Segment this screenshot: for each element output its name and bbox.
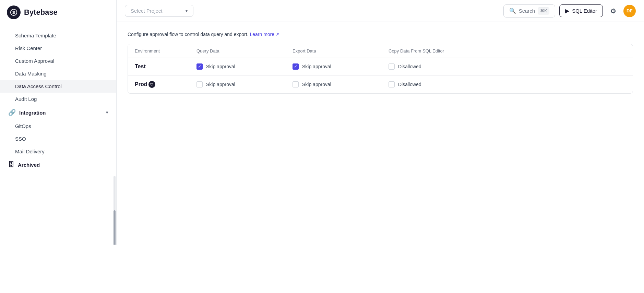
sidebar-item-schema-template[interactable]: Schema Template [0,29,116,42]
archived-label: Archived [18,162,40,168]
logo-icon [7,5,21,19]
logo: Bytebase [0,0,116,25]
sidebar-item-custom-approval[interactable]: Custom Approval [0,55,116,67]
export-cell-prod: Skip approval [286,75,382,94]
sidebar-section-integration[interactable]: 🔗 Integration ▾ [0,105,116,120]
sql-editor-button[interactable]: ▶ SQL Editor [559,4,603,17]
sidebar-item-sso[interactable]: SSO [0,132,116,145]
sidebar-item-label: Data Access Control [15,83,62,89]
sidebar-item-archived[interactable]: 🗄 Archived [0,158,116,172]
sidebar-item-label: Schema Template [15,33,56,38]
header: Select Project ▾ 🔍 Search ⌘K ▶ SQL Edito… [117,0,644,22]
logo-name: Bytebase [24,8,58,17]
description-bar: Configure approval flow to control data … [128,32,633,37]
main-content: Select Project ▾ 🔍 Search ⌘K ▶ SQL Edito… [117,0,644,293]
archived-icon: 🗄 [8,161,14,168]
copy-checkbox-prod[interactable] [389,81,395,87]
sidebar-nav: Schema Template Risk Center Custom Appro… [0,25,116,176]
sidebar-item-mail-delivery[interactable]: Mail Delivery [0,145,116,158]
sidebar-item-label: Data Masking [15,71,47,77]
settings-button[interactable]: ⚙ [607,5,619,17]
sidebar-item-label: Mail Delivery [15,149,45,154]
project-select-label: Select Project [131,8,163,14]
copy-checkbox-test[interactable] [389,63,395,70]
col-header-query: Query Data [190,44,286,58]
project-select-dropdown[interactable]: Select Project ▾ [125,5,193,17]
external-link-icon: ↗ [276,32,279,37]
scrollbar-thumb[interactable] [114,210,116,245]
shield-icon: 🛡 [148,81,155,88]
learn-more-link[interactable]: Learn more ↗ [250,32,279,37]
sidebar-item-label: Custom Approval [15,58,54,64]
export-checkbox-test[interactable]: ✓ [293,63,299,70]
copy-cell-test: Disallowed [382,58,633,75]
table-row: Prod 🛡 Skip approval [128,75,633,94]
query-cell-test: ✓ Skip approval [190,58,286,75]
env-cell-test: Test [128,58,190,75]
integration-icon: 🔗 [8,109,16,116]
search-label: Search [519,8,535,14]
search-icon: 🔍 [509,8,516,14]
sidebar-item-risk-center[interactable]: Risk Center [0,42,116,55]
copy-cell-prod: Disallowed [382,75,633,94]
sidebar-item-label: Audit Log [15,96,37,102]
export-checkbox-prod[interactable] [293,81,299,87]
sidebar-item-label: Risk Center [15,45,42,51]
integration-chevron: ▾ [106,110,108,115]
query-cell-prod: Skip approval [190,75,286,94]
search-shortcut: ⌘K [538,8,549,14]
sidebar: Bytebase Schema Template Risk Center Cus… [0,0,117,293]
table-row: Test ✓ Skip approval ✓ Skip approval [128,58,633,75]
sidebar-item-data-masking[interactable]: Data Masking [0,67,116,80]
sidebar-item-label: GitOps [15,123,31,129]
col-header-environment: Environment [128,44,190,58]
search-bar[interactable]: 🔍 Search ⌘K [503,4,556,17]
sidebar-item-gitops[interactable]: GitOps [0,120,116,132]
col-header-export: Export Data [286,44,382,58]
gear-icon: ⚙ [610,7,616,15]
sidebar-item-label: SSO [15,136,26,142]
sidebar-item-audit-log[interactable]: Audit Log [0,93,116,105]
export-cell-test: ✓ Skip approval [286,58,382,75]
avatar[interactable]: DE [623,5,636,17]
content-area: Configure approval flow to control data … [117,22,644,293]
chevron-down-icon: ▾ [186,9,188,13]
sidebar-item-data-access-control[interactable]: Data Access Control [0,80,116,93]
sql-editor-label: SQL Editor [572,8,597,14]
query-checkbox-prod[interactable] [196,81,203,87]
col-header-copy: Copy Data From SQL Editor [382,44,633,58]
env-cell-prod: Prod 🛡 [128,75,190,94]
data-access-table: Environment Query Data Export Data Copy … [128,44,633,94]
query-checkbox-test[interactable]: ✓ [196,63,203,70]
header-right: 🔍 Search ⌘K ▶ SQL Editor ⚙ DE [503,4,636,17]
table-header-row: Environment Query Data Export Data Copy … [128,44,633,58]
sql-editor-icon: ▶ [565,8,569,14]
integration-label: Integration [19,110,46,116]
